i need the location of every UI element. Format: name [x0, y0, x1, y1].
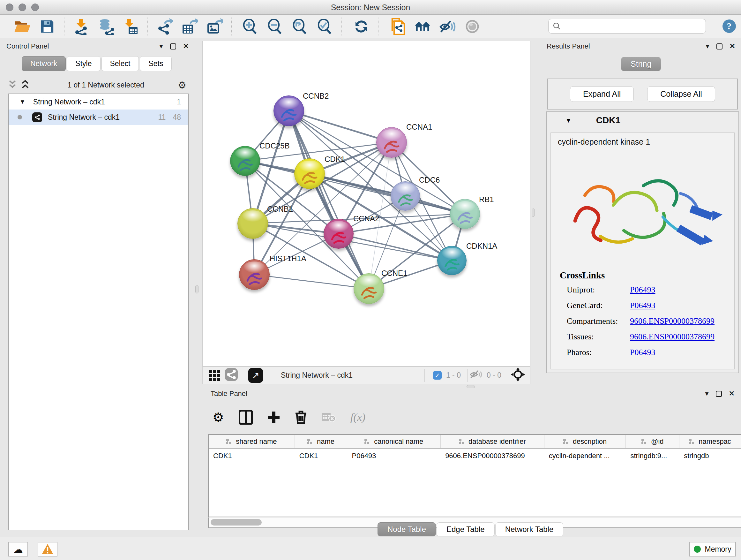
tab-network-table[interactable]: Network Table: [495, 522, 563, 537]
warnings-button[interactable]: [38, 542, 57, 557]
birds-eye-view-icon[interactable]: ↗: [248, 368, 263, 383]
network-row[interactable]: String Network – cdk1 11 48: [9, 110, 188, 125]
show-all-nodes-icon[interactable]: [414, 18, 431, 35]
crosslink-value-link[interactable]: P06493: [630, 348, 655, 357]
node-gloss: [242, 210, 263, 222]
tab-style[interactable]: Style: [67, 56, 100, 71]
results-panel-float-icon[interactable]: [717, 44, 723, 50]
network-options-gear-icon[interactable]: ⚙: [178, 79, 186, 91]
results-tab-string[interactable]: String: [621, 57, 661, 71]
tab-node-table[interactable]: Node Table: [378, 522, 436, 537]
export-network-icon[interactable]: [156, 18, 173, 35]
grid-view-icon[interactable]: [209, 370, 220, 381]
tab-network[interactable]: Network: [22, 56, 66, 71]
import-network-file-icon[interactable]: [73, 18, 89, 35]
help-button[interactable]: ?: [723, 19, 736, 33]
column-header-name[interactable]: name: [295, 435, 347, 448]
network-node-cdkn1a[interactable]: [437, 246, 467, 275]
network-canvas[interactable]: CCNB2 CCNA1 CDC25B CDK1 CDC6 RB1CCNB1 CC…: [202, 41, 530, 367]
results-panel-menu-icon[interactable]: ▾: [706, 42, 710, 51]
network-node-cdc6[interactable]: [391, 181, 420, 211]
network-node-ccna1[interactable]: [376, 127, 407, 158]
collapse-all-button[interactable]: Collapse All: [647, 86, 715, 102]
cloud-status-button[interactable]: ☁: [8, 542, 28, 557]
function-builder-icon[interactable]: f(x): [350, 411, 365, 423]
left-splitter-handle[interactable]: [195, 285, 199, 294]
control-panel-float-icon[interactable]: [170, 44, 176, 50]
node-structure-thumbnail: [380, 135, 403, 158]
network-share-icon[interactable]: [225, 368, 238, 383]
tab-select[interactable]: Select: [102, 56, 139, 71]
zoom-out-icon[interactable]: [267, 18, 283, 35]
delete-column-icon[interactable]: [295, 410, 307, 424]
network-node-rb1[interactable]: [450, 199, 480, 229]
show-hidden-icon[interactable]: [464, 18, 481, 35]
crosslink-value-link[interactable]: P06493: [630, 285, 655, 295]
show-columns-icon[interactable]: [239, 410, 253, 425]
save-session-icon[interactable]: [39, 18, 56, 35]
gene-collapse-icon[interactable]: ▼: [565, 117, 572, 124]
network-node-cdk1[interactable]: [294, 159, 325, 189]
tab-sets[interactable]: Sets: [140, 56, 172, 71]
control-panel-tabs: NetworkStyleSelectSets: [22, 56, 173, 71]
scrollbar-thumb[interactable]: [211, 519, 262, 525]
toolbar-separator: [424, 369, 425, 382]
table-cell: 9606.ENSP00000378699: [441, 449, 544, 463]
collection-expand-icon[interactable]: ▼: [19, 98, 25, 105]
delete-table-icon[interactable]: [322, 412, 336, 422]
network-collection-row[interactable]: ▼ String Network – cdk1 1: [9, 94, 188, 110]
hide-selected-icon[interactable]: [439, 18, 456, 35]
gene-section-header[interactable]: ▼ CDK1: [547, 112, 738, 129]
table-cell: stringdb: [679, 449, 741, 463]
table-row[interactable]: CDK1CDK1P064939606.ENSP00000378699cyclin…: [209, 449, 741, 463]
zoom-in-icon[interactable]: [242, 18, 259, 35]
results-panel-close-icon[interactable]: ✕: [730, 42, 735, 51]
crosslink-value-link[interactable]: 9606.ENSP00000378699: [630, 332, 715, 341]
network-node-ccnb2[interactable]: [273, 96, 304, 126]
column-header--id[interactable]: @id: [626, 435, 679, 448]
import-network-database-icon[interactable]: [98, 18, 114, 35]
selected-checkbox-icon[interactable]: ✓: [433, 371, 442, 380]
column-header-shared-name[interactable]: shared name: [209, 435, 295, 448]
network-node-ccna2[interactable]: [324, 219, 354, 249]
zoom-selected-icon[interactable]: [317, 18, 333, 35]
crosslink-value-link[interactable]: 9606.ENSP00000378699: [630, 316, 715, 326]
search-input[interactable]: [564, 22, 702, 30]
column-header-canonical-name[interactable]: canonical name: [347, 435, 441, 448]
control-panel-menu-icon[interactable]: ▾: [159, 42, 163, 51]
table-options-gear-icon[interactable]: ⚙: [212, 410, 224, 425]
export-image-icon[interactable]: [206, 18, 223, 35]
network-node-cdc25b[interactable]: [230, 146, 260, 176]
column-header-description[interactable]: description: [544, 435, 626, 448]
control-panel-close-icon[interactable]: ✕: [183, 42, 189, 51]
expand-all-button[interactable]: Expand All: [570, 86, 634, 102]
table-panel-menu-icon[interactable]: ▾: [705, 389, 709, 398]
add-column-icon[interactable]: [267, 411, 280, 424]
search-icon: [552, 22, 561, 30]
tab-edge-table[interactable]: Edge Table: [436, 522, 495, 537]
open-session-icon[interactable]: [14, 18, 30, 35]
crosslink-value-link[interactable]: P06493: [630, 301, 655, 310]
apply-layout-icon[interactable]: [353, 18, 369, 35]
import-table-icon[interactable]: [123, 18, 139, 35]
right-splitter-handle[interactable]: [532, 208, 535, 217]
column-header-namespac[interactable]: namespac: [679, 435, 741, 448]
expand-all-networks-icon[interactable]: [21, 79, 29, 90]
table-panel-close-icon[interactable]: ✕: [729, 389, 735, 398]
collapse-all-networks-icon[interactable]: [8, 79, 17, 90]
cloud-icon: ☁: [13, 544, 23, 555]
network-type-icon: [32, 112, 42, 122]
network-status-dot: [17, 115, 22, 119]
center-view-icon[interactable]: [511, 368, 525, 383]
zoom-fit-icon[interactable]: [292, 18, 308, 35]
network-node-hist1h1a[interactable]: [239, 259, 270, 290]
export-table-icon[interactable]: [181, 18, 198, 35]
network-node-ccnb1[interactable]: [238, 208, 268, 239]
column-header-database-identifier[interactable]: database identifier: [441, 435, 544, 448]
network-from-selection-icon[interactable]: [389, 18, 406, 35]
toolbar-separator: [378, 17, 379, 36]
table-panel-float-icon[interactable]: [716, 391, 722, 397]
node-structure-thumbnail: [298, 166, 321, 189]
memory-button[interactable]: Memory: [689, 542, 736, 557]
network-node-ccne1[interactable]: [354, 273, 384, 304]
